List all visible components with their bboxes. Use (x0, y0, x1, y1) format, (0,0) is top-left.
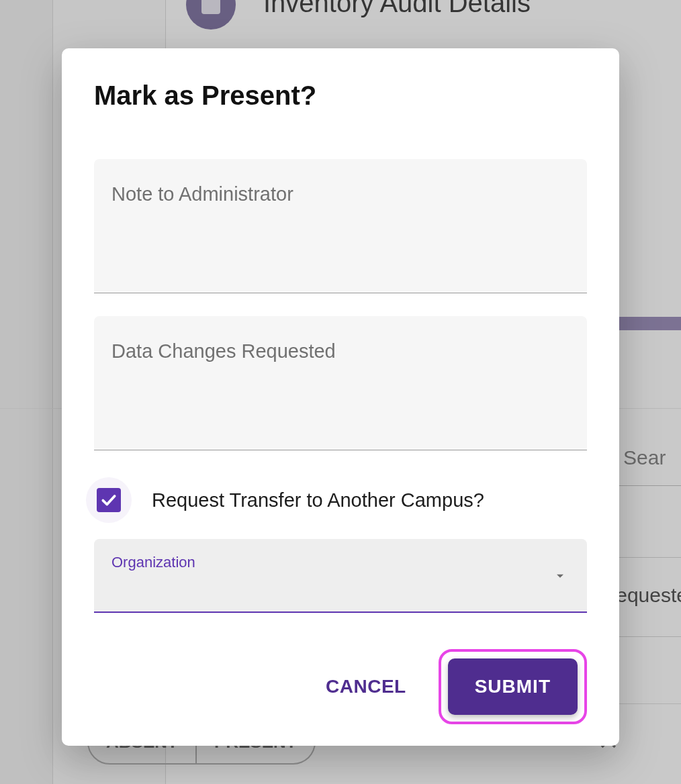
check-icon (100, 491, 118, 509)
note-to-administrator-field[interactable]: Note to Administrator (94, 159, 587, 293)
transfer-checkbox-row: Request Transfer to Another Campus? (86, 477, 587, 523)
transfer-checkbox[interactable] (97, 488, 121, 512)
dialog-title: Mark as Present? (94, 81, 587, 111)
submit-highlight-ring: SUBMIT (439, 649, 587, 724)
chevron-down-icon (552, 568, 568, 587)
organization-select[interactable]: Organization (94, 539, 587, 613)
mark-as-present-dialog: Mark as Present? Note to Administrator D… (62, 48, 619, 746)
organization-label: Organization (111, 554, 570, 571)
dialog-actions: CANCEL SUBMIT (94, 649, 587, 724)
transfer-checkbox-label: Request Transfer to Another Campus? (152, 489, 484, 511)
cancel-button[interactable]: CANCEL (307, 660, 425, 714)
submit-button[interactable]: SUBMIT (448, 658, 578, 715)
checkbox-ripple (86, 477, 132, 523)
data-changes-requested-field[interactable]: Data Changes Requested (94, 316, 587, 450)
